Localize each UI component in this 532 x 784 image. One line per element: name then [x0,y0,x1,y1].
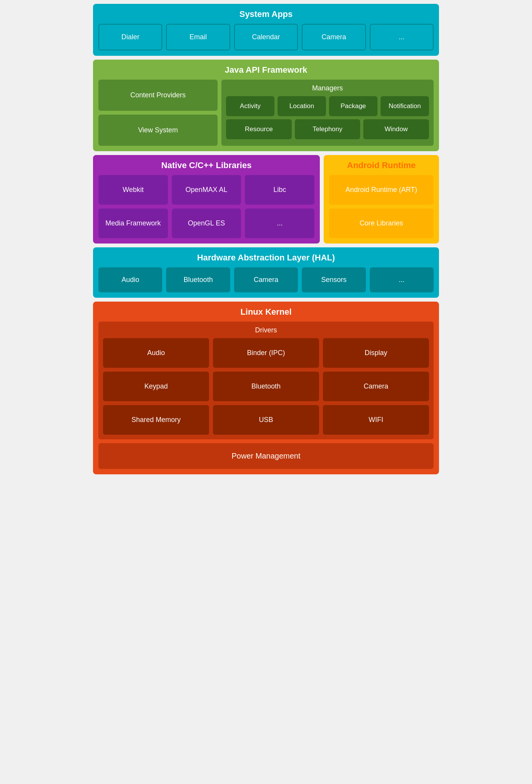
managers-row2: Resource Telephony Window [226,119,429,139]
manager-package: Package [329,96,377,116]
driver-camera: Camera [323,372,429,401]
driver-shared-memory: Shared Memory [103,405,209,435]
driver-audio: Audio [103,338,209,368]
system-apps-layer: System Apps Dialer Email Calendar Camera… [93,4,439,56]
drivers-row2: Keypad Bluetooth Camera [103,372,429,401]
managers-grid: Activity Location Package Notification R… [226,96,429,139]
lib-openmax: OpenMAX AL [172,175,241,205]
app-calendar: Calendar [234,24,298,50]
lib-webkit: Webkit [98,175,168,205]
drivers-row3: Shared Memory USB WIFI [103,405,429,435]
hal-audio: Audio [98,267,162,292]
drivers-title: Drivers [103,326,429,334]
driver-usb: USB [213,405,319,435]
native-libs-title: Native C/C++ Libraries [98,160,314,170]
system-apps-row: Dialer Email Calendar Camera ... [98,24,434,50]
native-runtime-row: Native C/C++ Libraries Webkit OpenMAX AL… [93,155,439,244]
driver-keypad: Keypad [103,372,209,401]
driver-wifi: WIFI [323,405,429,435]
hal-camera: Camera [234,267,298,292]
native-libs-grid: Webkit OpenMAX AL Libc Media Framework O… [98,175,314,238]
view-system: View System [98,115,218,146]
lib-media-framework: Media Framework [98,209,168,238]
driver-display: Display [323,338,429,368]
hal-more: ... [370,267,434,292]
managers-title: Managers [226,84,429,92]
manager-resource: Resource [226,119,292,139]
hal-title: Hardware Abstraction Layer (HAL) [98,253,434,263]
java-api-content: Content Providers View System Managers A… [98,80,434,146]
linux-kernel-title: Linux Kernel [98,307,434,317]
manager-notification: Notification [381,96,429,116]
java-api-left: Content Providers View System [98,80,218,146]
java-api-layer: Java API Framework Content Providers Vie… [93,60,439,151]
android-runtime-layer: Android Runtime Android Runtime (ART) Co… [324,155,439,244]
art-item: Android Runtime (ART) [329,175,434,205]
driver-binder: Binder (IPC) [213,338,319,368]
hal-sensors: Sensors [302,267,366,292]
android-runtime-title: Android Runtime [329,160,434,170]
lib-libc: Libc [245,175,314,205]
app-more: ... [370,24,434,50]
native-libs-layer: Native C/C++ Libraries Webkit OpenMAX AL… [93,155,320,244]
drivers-section: Drivers Audio Binder (IPC) Display Keypa… [98,322,434,439]
drivers-grid: Audio Binder (IPC) Display Keypad Blueto… [103,338,429,435]
app-camera: Camera [302,24,366,50]
managers-section: Managers Activity Location Package Notif… [221,80,434,146]
native-libs-row1: Webkit OpenMAX AL Libc [98,175,314,205]
manager-window: Window [363,119,429,139]
driver-bluetooth: Bluetooth [213,372,319,401]
lib-opengl: OpenGL ES [172,209,241,238]
hal-items-row: Audio Bluetooth Camera Sensors ... [98,267,434,292]
app-dialer: Dialer [98,24,162,50]
hal-layer: Hardware Abstraction Layer (HAL) Audio B… [93,247,439,298]
manager-telephony: Telephony [295,119,361,139]
native-libs-row2: Media Framework OpenGL ES ... [98,209,314,238]
system-apps-title: System Apps [98,9,434,19]
managers-row1: Activity Location Package Notification [226,96,429,116]
hal-bluetooth: Bluetooth [166,267,230,292]
lib-more: ... [245,209,314,238]
power-management: Power Management [98,443,434,469]
manager-location: Location [278,96,326,116]
core-libraries-item: Core Libraries [329,209,434,238]
drivers-row1: Audio Binder (IPC) Display [103,338,429,368]
linux-kernel-layer: Linux Kernel Drivers Audio Binder (IPC) … [93,302,439,474]
manager-activity: Activity [226,96,274,116]
android-architecture-diagram: System Apps Dialer Email Calendar Camera… [93,4,439,474]
java-api-title: Java API Framework [98,65,434,75]
app-email: Email [166,24,230,50]
content-providers: Content Providers [98,80,218,111]
